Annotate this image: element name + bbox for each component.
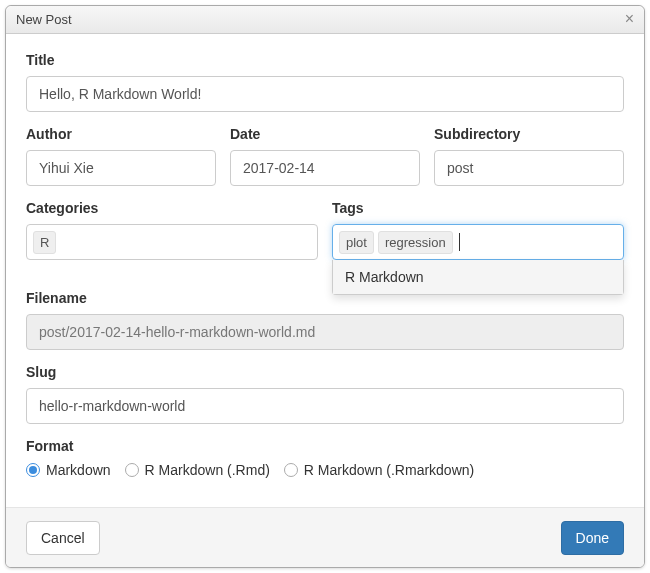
radio-icon: [26, 463, 40, 477]
new-post-dialog: New Post × Title Author Date Subdirector…: [5, 5, 645, 568]
radio-label: R Markdown (.Rmd): [145, 462, 270, 478]
subdirectory-label: Subdirectory: [434, 126, 624, 142]
dialog-titlebar: New Post ×: [6, 6, 644, 34]
filename-input: [26, 314, 624, 350]
title-input[interactable]: [26, 76, 624, 112]
cancel-button-label: Cancel: [41, 530, 85, 546]
dialog-content: Title Author Date Subdirectory Categorie…: [6, 34, 644, 478]
tag-chip[interactable]: plot: [339, 231, 374, 254]
close-icon[interactable]: ×: [625, 11, 634, 27]
radio-icon: [125, 463, 139, 477]
radio-label: Markdown: [46, 462, 111, 478]
author-label: Author: [26, 126, 216, 142]
tags-input[interactable]: plot regression: [332, 224, 624, 260]
categories-input[interactable]: R: [26, 224, 318, 260]
dialog-footer: Cancel Done: [6, 507, 644, 567]
text-cursor: [459, 233, 460, 251]
dialog-title: New Post: [16, 12, 72, 27]
subdirectory-input[interactable]: [434, 150, 624, 186]
format-label: Format: [26, 438, 624, 454]
done-button-label: Done: [576, 530, 609, 546]
category-chip[interactable]: R: [33, 231, 56, 254]
format-radio-group: Markdown R Markdown (.Rmd) R Markdown (.…: [26, 462, 624, 478]
date-input[interactable]: [230, 150, 420, 186]
format-radio-rmarkdown[interactable]: R Markdown (.Rmarkdown): [284, 462, 474, 478]
title-label: Title: [26, 52, 624, 68]
tags-suggestion-dropdown: R Markdown: [332, 260, 624, 295]
slug-input[interactable]: [26, 388, 624, 424]
tags-suggestion-item[interactable]: R Markdown: [333, 260, 623, 294]
cancel-button[interactable]: Cancel: [26, 521, 100, 555]
author-input[interactable]: [26, 150, 216, 186]
tags-label: Tags: [332, 200, 624, 216]
date-label: Date: [230, 126, 420, 142]
slug-label: Slug: [26, 364, 624, 380]
radio-icon: [284, 463, 298, 477]
format-radio-rmd[interactable]: R Markdown (.Rmd): [125, 462, 270, 478]
done-button[interactable]: Done: [561, 521, 624, 555]
categories-label: Categories: [26, 200, 318, 216]
radio-label: R Markdown (.Rmarkdown): [304, 462, 474, 478]
format-radio-markdown[interactable]: Markdown: [26, 462, 111, 478]
tag-chip[interactable]: regression: [378, 231, 453, 254]
